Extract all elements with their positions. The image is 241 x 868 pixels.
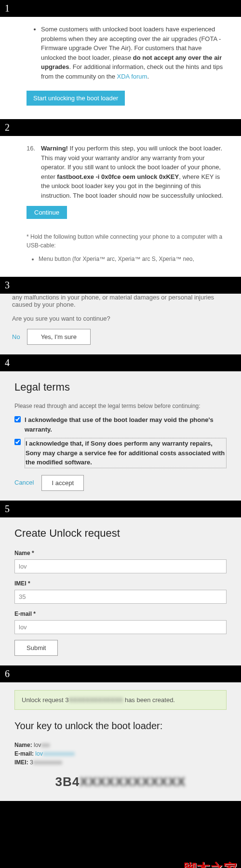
bullet-text-end: . [147,73,149,80]
warning-bullet: Some customers with unlocked boot loader… [41,25,227,81]
warranty-checkbox[interactable] [14,416,21,422]
blurred-id: XXXXXXXXXXXXX [69,695,123,705]
fastboot-command: fastboot.exe -i 0x0fce oem unlock 0xKEY [57,173,179,180]
step-number-3: 3 [0,277,241,294]
start-unlocking-button[interactable]: Start unlocking the boot loader [27,91,125,106]
imei-input[interactable] [14,590,227,604]
panel-5: Create Unlock request Name * IMEI * E-ma… [0,517,241,665]
cancel-link[interactable]: Cancel [14,478,34,488]
list-number: 16. [27,144,35,200]
step-number-6: 6 [0,665,241,682]
legal-intro: Please read through and accept the legal… [14,402,227,410]
meta-imei: IMEI: 3xxxxxxxxxx [14,758,227,767]
warranty-label: I acknowledge that use of the boot loade… [25,415,227,434]
no-link[interactable]: No [12,333,20,340]
name-label: Name * [14,549,227,557]
panel-1: Some customers with unlocked boot loader… [0,17,241,119]
warning-label: Warning! [41,145,68,152]
accept-button[interactable]: I accept [41,475,84,491]
disclaimer-text: any malfunctions in your phone, or mater… [12,294,229,308]
meta-name: Name: lovxxx [14,741,227,749]
instruction-text: Warning! If you perform this step, you w… [41,144,227,200]
panel-6: Unlock request 3XXXXXXXXXXXXX has been c… [0,682,241,801]
device-list-item: Menu button (for Xperia™ arc, Xperia™ ar… [39,255,227,263]
panel-2: 16. Warning! If you perform this step, y… [0,136,241,277]
usb-note: * Hold the following button while connec… [27,232,227,250]
step-number-1: 1 [0,0,241,17]
success-message: Unlock request 3XXXXXXXXXXXXX has been c… [14,690,227,710]
yes-sure-button[interactable]: Yes, I'm sure [27,329,91,345]
step-number-5: 5 [0,501,241,517]
imei-label: IMEI * [14,579,227,588]
step-number-4: 4 [0,354,241,371]
panel-4: Legal terms Please read through and acce… [0,371,241,501]
create-request-heading: Create Unlock request [14,525,227,541]
confirm-question: Are you sure you want to continue? [12,315,229,322]
success-pre: Unlock request 3 [22,696,69,704]
service-fee-label: I acknowledge that, if Sony does perform… [25,438,227,468]
email-input[interactable] [14,620,227,634]
watermark: 脚本之家 www.jb51.net [183,860,237,868]
xda-forum-link[interactable]: XDA forum [117,73,147,80]
submit-button[interactable]: Submit [14,640,58,656]
name-input[interactable] [14,559,227,573]
step-number-2: 2 [0,119,241,136]
legal-terms-heading: Legal terms [14,379,227,395]
email-label: E-mail * [14,610,227,618]
unlock-key: 3B4XXXXXXXXXXXX [14,773,227,791]
footer: 脚本之家 www.jb51.net [0,801,241,868]
watermark-main: 脚本之家 [183,861,237,868]
service-fee-checkbox[interactable] [14,439,21,445]
key-heading: Your key to unlock the boot loader: [14,719,227,733]
continue-button[interactable]: Continue [27,206,67,219]
success-post: has been created. [123,696,175,704]
meta-email: E-mail: lovxxxxxxxxxxx [14,749,227,758]
panel-3: any malfunctions in your phone, or mater… [0,294,241,354]
